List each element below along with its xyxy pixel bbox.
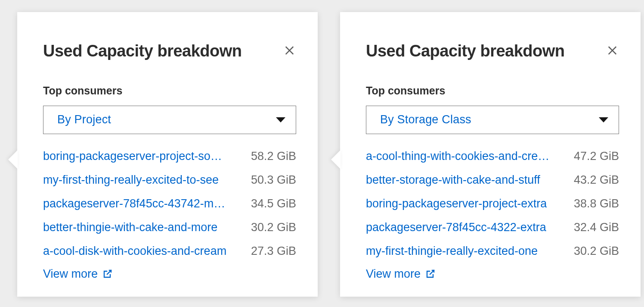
consumer-size: 27.3 GiB — [246, 244, 296, 258]
consumer-size: 30.2 GiB — [246, 221, 296, 234]
consumer-size: 30.2 GiB — [569, 244, 619, 258]
card-title: Used Capacity breakdown — [366, 42, 569, 60]
top-consumers-label: Top consumers — [43, 85, 296, 97]
external-link-icon — [425, 269, 435, 279]
consumer-link[interactable]: better-thingie-with-cake-and-more — [43, 221, 217, 234]
view-more-label: View more — [43, 267, 98, 281]
list-item: a-cool-disk-with-cookies-and-cream 27.3 … — [43, 239, 296, 263]
capacity-breakdown-card: Used Capacity breakdown Top consumers By… — [17, 12, 318, 297]
close-icon[interactable] — [606, 42, 619, 57]
view-more-link[interactable]: View more — [366, 267, 435, 281]
capacity-breakdown-card: Used Capacity breakdown Top consumers By… — [340, 12, 641, 297]
consumer-link[interactable]: better-storage-with-cake-and-stuff — [366, 173, 540, 187]
list-item: my-first-thingie-really-excited-one 30.2… — [366, 239, 619, 263]
list-item: packageserver-78f45cc-4322-extra 32.4 Gi… — [366, 216, 619, 239]
top-consumers-label: Top consumers — [366, 85, 619, 97]
consumer-link[interactable]: my-first-thing-really-excited-to-see — [43, 173, 219, 187]
consumer-size: 38.8 GiB — [569, 197, 619, 210]
dropdown-value: By Project — [57, 113, 111, 126]
consumer-size: 47.2 GiB — [569, 150, 619, 163]
external-link-icon — [102, 269, 112, 279]
consumer-link[interactable]: boring-packageserver-project-something — [43, 150, 228, 163]
card-title: Used Capacity breakdown — [43, 42, 246, 60]
consumer-link[interactable]: packageserver-78f45cc-43742-more — [43, 197, 228, 210]
consumer-link[interactable]: a-cool-disk-with-cookies-and-cream — [43, 244, 226, 258]
consumer-list: a-cool-thing-with-cookies-and-cream 47.2… — [366, 144, 619, 263]
close-icon[interactable] — [283, 42, 296, 57]
group-by-dropdown[interactable]: By Storage Class — [366, 106, 619, 134]
list-item: better-thingie-with-cake-and-more 30.2 G… — [43, 216, 296, 239]
consumer-link[interactable]: boring-packageserver-project-extra — [366, 197, 547, 210]
consumer-size: 58.2 GiB — [246, 150, 296, 163]
consumer-list: boring-packageserver-project-something 5… — [43, 144, 296, 263]
consumer-size: 50.3 GiB — [246, 173, 296, 187]
consumer-size: 32.4 GiB — [569, 221, 619, 234]
popover-pointer-icon — [331, 150, 341, 169]
list-item: better-storage-with-cake-and-stuff 43.2 … — [366, 168, 619, 192]
list-item: packageserver-78f45cc-43742-more 34.5 Gi… — [43, 192, 296, 216]
group-by-dropdown[interactable]: By Project — [43, 106, 296, 134]
consumer-link[interactable]: packageserver-78f45cc-4322-extra — [366, 221, 546, 234]
consumer-size: 34.5 GiB — [246, 197, 296, 210]
chevron-down-icon — [276, 117, 285, 122]
list-item: a-cool-thing-with-cookies-and-cream 47.2… — [366, 144, 619, 168]
view-more-label: View more — [366, 267, 421, 281]
list-item: my-first-thing-really-excited-to-see 50.… — [43, 168, 296, 192]
consumer-size: 43.2 GiB — [569, 173, 619, 187]
chevron-down-icon — [599, 117, 608, 122]
view-more-link[interactable]: View more — [43, 267, 112, 281]
consumer-link[interactable]: a-cool-thing-with-cookies-and-cream — [366, 150, 551, 163]
dropdown-value: By Storage Class — [380, 113, 471, 126]
list-item: boring-packageserver-project-extra 38.8 … — [366, 192, 619, 216]
popover-pointer-icon — [8, 150, 18, 169]
list-item: boring-packageserver-project-something 5… — [43, 144, 296, 168]
consumer-link[interactable]: my-first-thingie-really-excited-one — [366, 244, 538, 258]
